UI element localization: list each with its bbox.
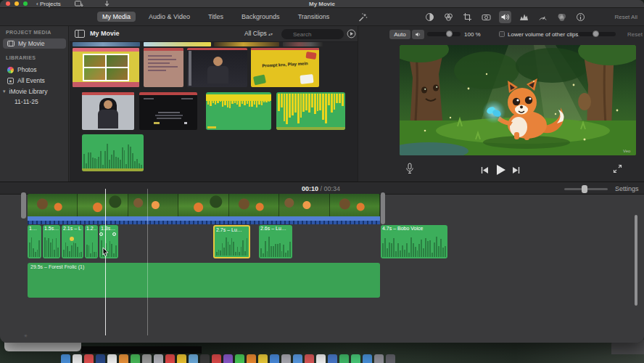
audio-clip[interactable]: 1.5s… [43, 225, 60, 258]
timeline-settings-button[interactable]: Settings [615, 185, 639, 192]
dock-app-icon[interactable] [374, 354, 384, 363]
sidebar-item-my-movie[interactable]: My Movie [3, 38, 66, 49]
sidebar-item-imovie-library[interactable]: ▾ iMovie Library [3, 86, 66, 97]
clip-trim-handle-left[interactable] [21, 192, 26, 219]
minimize-window-button[interactable] [15, 1, 19, 6]
audio-thumbnail-1[interactable] [206, 92, 271, 130]
play-preview-icon[interactable] [347, 29, 356, 38]
partial-thumbnail[interactable] [283, 42, 323, 46]
tab-titles[interactable]: Titles [203, 12, 228, 22]
dock-app-icon[interactable] [247, 354, 256, 363]
volume-slider[interactable] [427, 32, 461, 36]
video-thumbnail-fox-collage[interactable] [73, 48, 139, 87]
timeline[interactable]: 1…1.5s…2.1s – L…1.2…1.3s…2.7s – Lu…2.6s … [0, 195, 644, 343]
fullscreen-icon[interactable] [613, 164, 622, 174]
clip-filter-dropdown[interactable]: All Clips ▴▾ [244, 30, 273, 37]
skimmer-line[interactable] [147, 189, 148, 335]
traffic-lights[interactable] [6, 1, 28, 6]
lower-volume-checkbox[interactable] [499, 31, 505, 37]
dock-app-icon[interactable] [328, 354, 337, 363]
sidebar-item-photos[interactable]: Photos [3, 65, 66, 75]
audio-clip[interactable]: 4.7s – Bobo Voice [381, 225, 447, 258]
dock-app-icon[interactable] [281, 354, 291, 363]
playhead[interactable] [105, 189, 106, 335]
dock-app-icon[interactable] [84, 354, 94, 363]
dock-app-icon[interactable] [189, 354, 198, 363]
dock-app-icon[interactable] [223, 354, 233, 363]
dock-app-icon[interactable] [61, 354, 70, 363]
video-clip-filmstrip[interactable] [28, 194, 380, 216]
dock-app-icon[interactable] [107, 354, 117, 363]
dock-app-icon[interactable] [200, 354, 210, 363]
filters-icon[interactable] [556, 11, 568, 23]
dock-app-icon[interactable] [177, 354, 186, 363]
video-thumbnail-terminal[interactable] [139, 92, 197, 130]
tab-backgrounds[interactable]: Backgrounds [236, 12, 285, 22]
enhance-wand-icon[interactable] [358, 12, 368, 23]
volume-icon[interactable] [499, 11, 511, 23]
close-window-button[interactable] [6, 1, 10, 6]
mute-button[interactable] [412, 30, 424, 39]
audio-clip[interactable]: 2.6s – Lu… [259, 225, 292, 258]
video-thumbnail-webcam[interactable] [82, 92, 134, 130]
dock-app-icon[interactable] [258, 354, 268, 363]
audio-clip[interactable]: 1.2… [85, 225, 98, 258]
clip-info-icon[interactable] [574, 11, 587, 23]
import-media-icon[interactable] [75, 1, 83, 7]
dock-app-icon[interactable] [363, 354, 372, 363]
timeline-zoom-knob[interactable] [582, 185, 587, 193]
dock-app-icon[interactable] [154, 354, 163, 363]
dock-app-icon[interactable] [386, 354, 395, 363]
dock-app-icon[interactable] [351, 354, 360, 363]
search-input[interactable] [281, 29, 344, 39]
tab-my-media[interactable]: My Media [97, 12, 136, 22]
video-thumbnail-promo[interactable]: Prompt kro, Play mein [251, 48, 319, 87]
sidebar-toggle-icon[interactable] [75, 30, 85, 38]
chevron-down-icon[interactable]: ▾ [3, 89, 6, 94]
keyframe-dot[interactable] [70, 237, 74, 241]
dock-app-icon[interactable] [235, 354, 244, 363]
dock-app-icon[interactable] [165, 354, 175, 363]
fade-handle[interactable] [112, 232, 116, 236]
partial-thumbnail[interactable] [214, 42, 279, 46]
previous-frame-button[interactable] [481, 166, 489, 174]
dock-app-icon[interactable] [293, 354, 302, 363]
lower-volume-slider-knob[interactable] [593, 30, 599, 37]
timeline-scrollbar[interactable] [635, 215, 637, 306]
audio-thumbnail-2[interactable] [276, 92, 345, 130]
crop-icon[interactable] [461, 11, 474, 23]
dock-app-icon[interactable] [339, 354, 349, 363]
fade-handle[interactable] [99, 232, 103, 236]
volume-slider-knob[interactable] [446, 30, 453, 37]
reset-button[interactable]: Reset [627, 31, 643, 38]
noise-reduction-icon[interactable] [518, 11, 530, 23]
video-thumbnail-presenter[interactable] [187, 48, 247, 87]
dock-app-icon[interactable] [212, 354, 221, 363]
next-frame-button[interactable] [512, 166, 520, 174]
speed-icon[interactable] [537, 11, 549, 23]
auto-volume-button[interactable]: Auto [389, 30, 410, 39]
dock-app-icon[interactable] [119, 354, 128, 363]
video-viewer[interactable]: Veo [400, 45, 636, 155]
tab-transitions[interactable]: Transitions [293, 12, 335, 22]
sidebar-item-all-events[interactable]: ★ All Events [3, 76, 66, 86]
dock-app-icon[interactable] [96, 354, 105, 363]
video-thumbnail-document[interactable] [144, 48, 183, 87]
dock-app-icon[interactable] [142, 354, 152, 363]
background-music-clip[interactable]: 29.5s – Forest Frolic (1) [28, 263, 380, 298]
video-clip-audio-track[interactable] [28, 216, 380, 224]
dock-app-icon[interactable] [270, 354, 279, 363]
audio-clip[interactable]: 2.1s – L… [62, 225, 83, 258]
partial-thumbnail[interactable] [144, 42, 211, 46]
color-balance-icon[interactable] [424, 11, 436, 23]
audio-clip[interactable]: 1… [28, 225, 41, 258]
clip-trim-handle-right[interactable] [381, 192, 385, 224]
audio-thumbnail-3[interactable] [82, 134, 144, 171]
dock-app-icon[interactable] [316, 354, 326, 363]
play-button[interactable] [495, 164, 506, 176]
back-to-projects-button[interactable]: ‹ Projects [36, 1, 61, 7]
dock-app-icon[interactable] [73, 354, 82, 363]
voiceover-mic-icon[interactable] [405, 163, 414, 174]
color-correction-icon[interactable] [442, 11, 455, 23]
dock-app-icon[interactable] [131, 354, 140, 363]
